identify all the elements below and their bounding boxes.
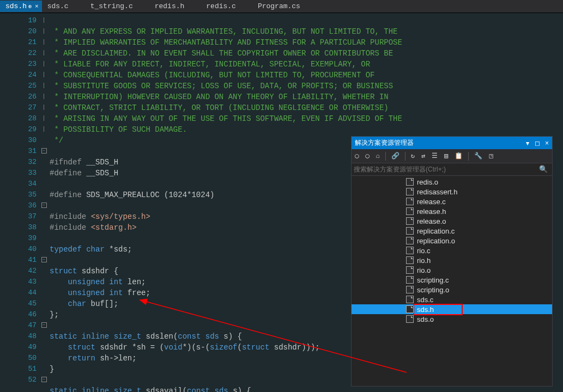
close-icon[interactable]: × bbox=[545, 139, 549, 147]
tree-item[interactable]: release.h bbox=[352, 206, 552, 216]
dropdown-icon[interactable]: ▾ bbox=[526, 139, 529, 147]
line-gutter: 19 20 21 22 23 24 25 26 27 28 29 30 31 3… bbox=[0, 13, 41, 392]
search-input[interactable] bbox=[354, 166, 537, 173]
keyword: struct bbox=[242, 343, 269, 352]
file-icon bbox=[406, 286, 414, 293]
comment-line: * CONTRACT, STRICT LIABILITY, OR TORT (I… bbox=[50, 103, 389, 112]
punc: ( bbox=[183, 387, 187, 392]
tree-item-label: sds.h bbox=[415, 305, 461, 314]
tree-item[interactable]: sds.o bbox=[352, 314, 552, 324]
comment-line: */ bbox=[50, 136, 63, 145]
tree-item[interactable]: redis.o bbox=[352, 177, 552, 187]
punc: }; bbox=[50, 310, 59, 319]
include-path: <sys/types.h> bbox=[91, 212, 150, 221]
home-icon[interactable]: ⌂ bbox=[374, 151, 380, 161]
tree-item[interactable]: rio.o bbox=[352, 265, 552, 275]
pin-icon[interactable]: ⊕ bbox=[28, 3, 32, 10]
view-icon[interactable]: ▤ bbox=[443, 151, 449, 161]
tree-item-label: redis.o bbox=[417, 178, 438, 186]
collapse-icon[interactable]: ⇄ bbox=[420, 151, 426, 161]
tree-item[interactable]: replication.o bbox=[352, 236, 552, 246]
tab-sds-h[interactable]: sds.h ⊕ × bbox=[0, 1, 42, 12]
punc: ; bbox=[141, 278, 146, 286]
panel-toolbar: ◯ ◯ ⌂ 🔗 ↻ ⇄ ☰ ▤ 📋 🔧 ◳ bbox=[352, 149, 552, 163]
keyword: char bbox=[86, 245, 105, 254]
identifier: free bbox=[123, 289, 146, 297]
tab-label: Program.cs bbox=[258, 2, 300, 10]
tab-redis-h[interactable]: redis.h bbox=[149, 1, 190, 12]
separator bbox=[468, 152, 469, 161]
keyword: unsigned bbox=[68, 278, 105, 286]
keyword: sizeof bbox=[210, 343, 237, 352]
identifier: sdshdr))); bbox=[269, 343, 319, 352]
panel-titlebar[interactable]: 解决方案资源管理器 ▾ ◻ × bbox=[352, 137, 552, 149]
tab-label: redis.h bbox=[155, 2, 185, 10]
panel-search: 🔍 bbox=[352, 163, 552, 176]
tab-label: sds.c bbox=[47, 2, 69, 10]
tab-redis-c[interactable]: redis.c bbox=[201, 1, 241, 12]
preprocessor: #include bbox=[50, 223, 86, 232]
tree-item[interactable]: sds.h bbox=[352, 304, 552, 314]
preprocessor: #include bbox=[50, 212, 86, 221]
tree-item[interactable]: scripting.c bbox=[352, 275, 552, 285]
file-icon bbox=[406, 296, 414, 303]
keyword: unsigned bbox=[68, 289, 105, 297]
tab-program-cs[interactable]: Program.cs bbox=[252, 1, 306, 12]
tree-item[interactable]: rio.c bbox=[352, 246, 552, 255]
tree-item[interactable]: release.o bbox=[352, 216, 552, 226]
punc: ) { bbox=[228, 332, 242, 341]
preview-icon[interactable]: ◳ bbox=[488, 151, 494, 161]
tab-label: t_string.c bbox=[90, 2, 133, 10]
preprocessor: #define bbox=[50, 169, 82, 177]
tab-t-string-c[interactable]: t_string.c bbox=[85, 1, 138, 12]
file-icon bbox=[406, 276, 414, 284]
punc: ; bbox=[128, 245, 132, 254]
type: size_t bbox=[114, 332, 141, 341]
tree-item-label: sds.c bbox=[417, 296, 433, 304]
file-icon bbox=[406, 266, 414, 274]
back-icon[interactable]: ◯ bbox=[354, 151, 360, 161]
show-all-icon[interactable]: ☰ bbox=[431, 151, 439, 161]
sync-icon[interactable]: 🔗 bbox=[390, 151, 401, 161]
tree-item-label: rio.c bbox=[417, 247, 431, 255]
identifier: s bbox=[223, 332, 228, 341]
search-icon[interactable]: 🔍 bbox=[537, 165, 550, 174]
file-icon bbox=[406, 237, 414, 244]
punc: { bbox=[109, 267, 118, 275]
tree-item-label: scripting.c bbox=[417, 276, 449, 284]
panel-title-text: 解决方案资源管理器 bbox=[355, 138, 414, 148]
tree-item[interactable]: rio.h bbox=[352, 255, 552, 265]
tree-item[interactable]: release.c bbox=[352, 197, 552, 206]
file-icon bbox=[406, 227, 414, 235]
separator bbox=[405, 152, 405, 161]
tree-item[interactable]: replication.c bbox=[352, 226, 552, 236]
identifier: sh->len; bbox=[95, 354, 137, 363]
type: size_t bbox=[114, 387, 141, 392]
file-tree[interactable]: redis.oredisassert.hrelease.crelease.hre… bbox=[352, 176, 552, 386]
file-icon bbox=[406, 305, 414, 313]
macro-expr: (1024*1024) bbox=[164, 191, 214, 199]
window-icon[interactable]: ◻ bbox=[535, 139, 540, 147]
forward-icon[interactable]: ◯ bbox=[364, 151, 370, 161]
comment-line: * ARE DISCLAIMED. IN NO EVENT SHALL THE … bbox=[50, 49, 393, 58]
tree-item[interactable]: redisassert.h bbox=[352, 187, 552, 197]
properties-icon[interactable]: 📋 bbox=[453, 151, 464, 161]
punc: *)(s-( bbox=[183, 343, 210, 352]
keyword: inline bbox=[82, 387, 109, 392]
tree-item-label: replication.c bbox=[417, 227, 455, 235]
comment-line: * LIABLE FOR ANY DIRECT, INDIRECT, INCID… bbox=[50, 60, 370, 69]
keyword: const bbox=[187, 387, 210, 392]
macro-name: __SDS_H bbox=[86, 158, 118, 167]
tree-item-label: replication.o bbox=[417, 237, 455, 245]
tab-label: sds.h bbox=[5, 2, 27, 10]
close-icon[interactable]: × bbox=[35, 3, 39, 10]
punc: ; bbox=[114, 299, 118, 308]
tree-item[interactable]: scripting.o bbox=[352, 285, 552, 295]
tab-label: redis.c bbox=[206, 2, 236, 10]
refresh-icon[interactable]: ↻ bbox=[410, 151, 416, 161]
identifier: *sds bbox=[109, 245, 128, 254]
tree-item[interactable]: sds.c bbox=[352, 295, 552, 304]
tab-sds-c[interactable]: sds.c bbox=[42, 1, 74, 12]
wrench-icon[interactable]: 🔧 bbox=[473, 151, 483, 161]
comment-line: * CONSEQUENTIAL DAMAGES (INCLUDING, BUT … bbox=[50, 71, 375, 79]
